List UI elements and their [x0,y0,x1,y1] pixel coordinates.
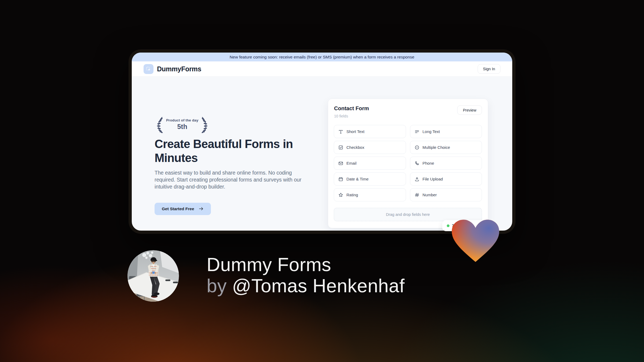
laurel-right-icon [201,116,210,133]
hero-section: Product of the day 5th [132,77,512,231]
hash-icon [414,192,420,198]
byline-handle: @Tomas Henkenhaf [232,275,405,296]
field-type-rating[interactable]: Rating [334,188,406,201]
long-text-icon [414,129,420,134]
page-title: Create Beautiful Forms in Minutes [155,137,305,165]
field-type-email[interactable]: Email [334,157,406,170]
form-builder-header: Contact Form 10 fields Preview [328,99,488,118]
online-dot-icon [447,224,449,227]
phone-icon [414,161,420,166]
envelope-icon [338,161,343,166]
field-type-short-text[interactable]: Short Text [334,125,406,138]
avatar [127,250,179,302]
upload-icon [414,176,420,182]
field-type-date-time[interactable]: Date & Time [334,172,406,186]
field-type-phone[interactable]: Phone [410,157,482,170]
preview-button[interactable]: Preview [457,105,482,115]
drag-drop-text: Drag and drop fields here [386,212,430,217]
get-started-label: Get Started Free [162,206,194,211]
author-caption: Dummy Forms by @Tomas Henkenhaf [207,254,405,297]
author-byline: by @Tomas Henkenhaf [207,275,405,297]
checkbox-icon [338,145,343,150]
byline-prefix: by [207,275,227,296]
arrow-right-icon [199,206,204,211]
laurel-left-icon [155,116,164,133]
field-type-checkbox[interactable]: Checkbox [334,141,406,154]
award-text: Product of the day 5th [166,118,199,131]
form-field-count: 10 fields [334,114,369,118]
field-type-multiple-choice[interactable]: Multiple Choice [410,141,482,154]
field-type-grid: Short Text Long Text [334,125,482,201]
announcement-banner: New feature coming soon: receive emails … [132,53,512,61]
promo-canvas: New feature coming soon: receive emails … [0,0,644,362]
award-label: Product of the day [166,118,198,122]
gradient-heart-icon [450,218,501,265]
calendar-icon [338,176,343,182]
dummyforms-logo-icon [144,64,153,74]
get-started-button[interactable]: Get Started Free [155,203,211,215]
browser-window: New feature coming soon: receive emails … [129,49,515,234]
field-type-file-upload[interactable]: File Upload [410,172,482,186]
field-type-long-text[interactable]: Long Text [410,125,482,138]
form-builder-card: Contact Form 10 fields Preview [328,99,488,228]
field-type-number[interactable]: Number [410,188,482,201]
radio-icon [414,145,420,150]
form-title: Contact Form [334,105,369,112]
sign-in-button[interactable]: Sign In [478,64,500,74]
hero-description: The easiest way to build and share onlin… [155,169,310,190]
announcement-text: New feature coming soon: receive emails … [230,55,414,60]
star-icon [338,192,343,198]
brand[interactable]: DummyForms [144,64,201,74]
hero-copy: Product of the day 5th [155,116,316,215]
website-page: New feature coming soon: receive emails … [132,53,512,231]
author-title: Dummy Forms [207,254,405,275]
award-rank: 5th [166,123,198,131]
site-header: DummyForms Sign In [132,61,512,77]
short-text-icon [338,129,343,134]
product-of-the-day-badge: Product of the day 5th [155,116,210,133]
brand-name: DummyForms [157,65,201,73]
